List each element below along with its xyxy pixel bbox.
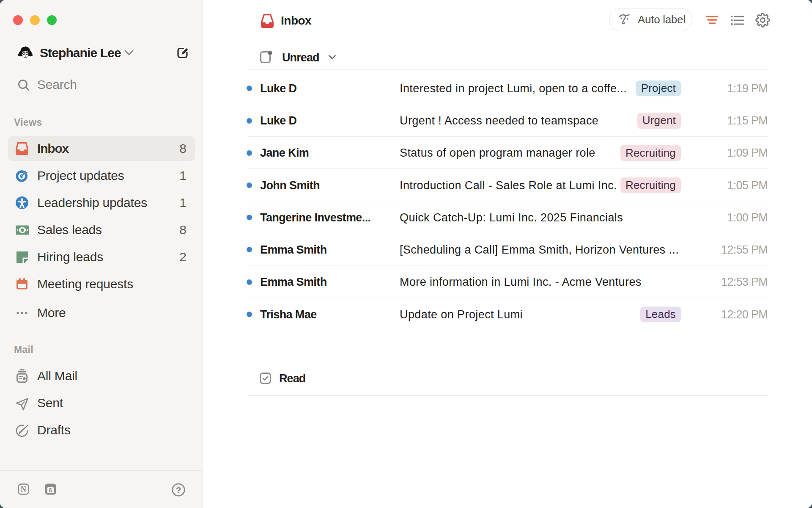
svg-text:N: N <box>21 485 27 494</box>
svg-text:?: ? <box>176 485 181 495</box>
svg-text:6: 6 <box>49 487 52 494</box>
